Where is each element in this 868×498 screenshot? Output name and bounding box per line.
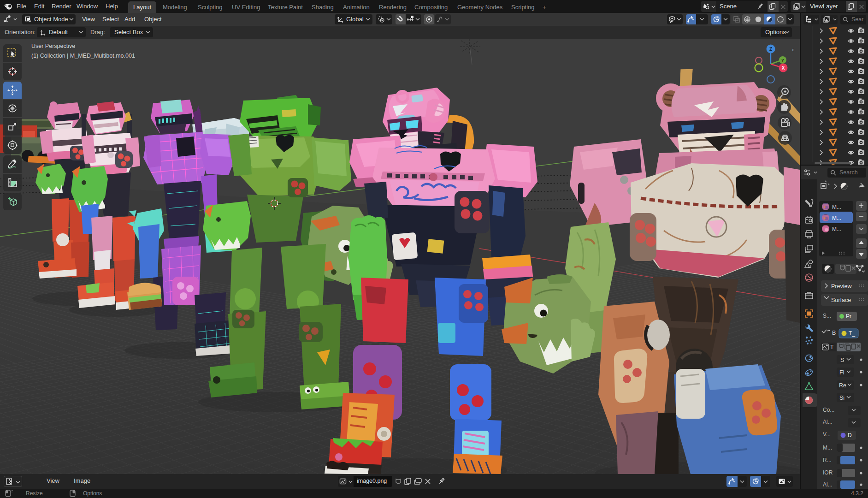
svg-text:Re: Re	[839, 382, 846, 389]
svg-text:T_: T_	[849, 330, 855, 337]
svg-text:Surface: Surface	[831, 297, 851, 303]
svg-text:V...: V...	[823, 431, 831, 438]
svg-text:B: B	[832, 330, 836, 336]
svg-text:M...: M...	[832, 204, 841, 210]
svg-text:Pr: Pr	[846, 313, 851, 320]
svg-text:Al...: Al...	[823, 481, 833, 488]
svg-text:M...: M...	[823, 445, 832, 451]
svg-text:Preview: Preview	[831, 283, 852, 290]
svg-text:T: T	[830, 344, 834, 350]
svg-text:User Perspective: User Perspective	[31, 43, 75, 49]
svg-text:(1) Collection | M_MED_Multibo: (1) Collection | M_MED_Multibot.mo.001	[31, 53, 135, 59]
svg-text:Y: Y	[781, 58, 784, 63]
svg-text:‹: ‹	[792, 46, 794, 53]
svg-text:Al...: Al...	[823, 419, 833, 425]
svg-text:Fl: Fl	[839, 369, 844, 376]
svg-text:M...: M...	[832, 215, 841, 221]
svg-text:M...: M...	[832, 226, 841, 232]
svg-text:Co...: Co...	[823, 407, 834, 413]
svg-text:Si: Si	[839, 395, 844, 401]
svg-text:R...: R...	[823, 457, 832, 463]
svg-text:X: X	[782, 65, 785, 71]
svg-text:S: S	[840, 357, 844, 363]
svg-text:IOR: IOR	[823, 469, 833, 476]
svg-text:S...: S...	[823, 313, 831, 319]
svg-text:D: D	[848, 432, 852, 439]
svg-text:Z: Z	[769, 47, 772, 52]
